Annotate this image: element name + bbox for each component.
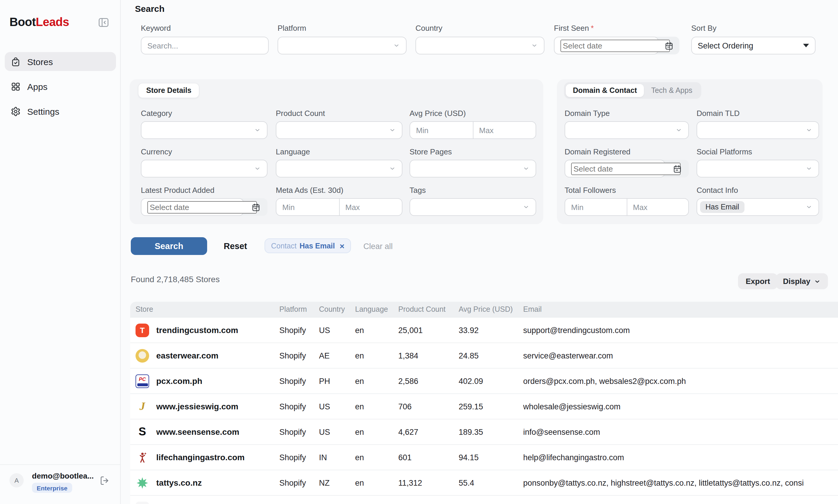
chevron-down-icon xyxy=(805,127,813,134)
user-box[interactable]: A demo@bootlea... Enterprise xyxy=(0,464,120,504)
logout-button[interactable] xyxy=(99,475,109,486)
store-pages-field: Store Pages xyxy=(410,147,536,178)
product-count-field: Product Count xyxy=(276,109,403,139)
chevron-down-icon xyxy=(254,127,261,134)
required-asterisk: * xyxy=(591,24,594,33)
chevron-down-icon xyxy=(389,127,396,134)
language-select[interactable] xyxy=(276,160,403,178)
has-email-tag: Has Email xyxy=(700,201,745,213)
sidebar: BootLeads Stores Apps Settings A xyxy=(0,0,121,504)
country-select[interactable] xyxy=(415,37,545,54)
tab-domain-contact[interactable]: Domain & Contact xyxy=(566,84,644,97)
plan-badge: Enterprise xyxy=(32,483,72,493)
product-count-select[interactable] xyxy=(276,121,403,139)
followers-max-input[interactable] xyxy=(627,203,688,212)
latest-product-calendar-button[interactable] xyxy=(244,198,267,216)
chevron-down-icon xyxy=(393,42,400,49)
collapse-sidebar-button[interactable] xyxy=(97,17,109,29)
store-pages-select[interactable] xyxy=(410,160,536,178)
caret-down-icon xyxy=(803,44,809,47)
logo-part-leads: Leads xyxy=(36,15,69,29)
chip-close-icon[interactable]: × xyxy=(340,242,344,250)
chevron-down-icon xyxy=(675,127,682,134)
keyword-input[interactable] xyxy=(147,41,262,50)
chip-category: Contact xyxy=(271,242,297,250)
domain-type-field: Domain Type xyxy=(565,109,689,139)
avatar: A xyxy=(10,473,24,487)
tags-select[interactable] xyxy=(410,198,536,216)
stores-table: Store Platform Country Language Product … xyxy=(130,302,838,504)
favicon-pc-express-icon: PC xyxy=(136,374,149,388)
latest-product-added-field: Latest Product Added xyxy=(141,186,267,216)
calendar-icon xyxy=(665,41,674,50)
avg-price-max-input[interactable] xyxy=(473,126,536,134)
favicon-bz-icon: BZ xyxy=(136,501,149,504)
sort-by-value: Select Ordering xyxy=(698,41,753,50)
search-button[interactable]: Search xyxy=(131,237,207,255)
header-product-count: Product Count xyxy=(398,305,459,313)
total-followers-field: Total Followers xyxy=(565,186,689,216)
export-button[interactable]: Export xyxy=(738,273,778,289)
sidebar-item-settings[interactable]: Settings xyxy=(5,102,116,121)
favicon-red-t-icon: T xyxy=(136,323,149,337)
logout-icon xyxy=(99,475,109,486)
favicon-green-starburst-icon xyxy=(136,476,149,489)
social-platforms-select[interactable] xyxy=(697,160,819,178)
favicon-gold-j-icon: J xyxy=(136,400,149,413)
category-select[interactable] xyxy=(141,121,267,139)
table-row[interactable]: J www.jessieswig.com Shopify US en 706 2… xyxy=(130,393,838,419)
sort-by-select[interactable]: Select Ordering xyxy=(691,37,816,54)
currency-select[interactable] xyxy=(141,160,267,178)
table-row[interactable]: tattys.co.nz Shopify NZ en 11,312 55.4 p… xyxy=(130,470,838,495)
sidebar-item-label: Stores xyxy=(27,56,53,67)
contact-info-select[interactable]: Has Email xyxy=(697,198,819,216)
meta-ads-field: Meta Ads (Est. 30d) xyxy=(276,186,403,216)
app-root: BootLeads Stores Apps Settings A xyxy=(0,0,838,504)
app-logo: BootLeads xyxy=(10,15,69,29)
page-title: Search xyxy=(135,3,164,14)
table-row[interactable]: S www.seensense.com Shopify US en 4,627 … xyxy=(130,419,838,444)
chevron-down-icon xyxy=(522,203,530,211)
table-row[interactable]: T trendingcustom.com Shopify US en 25,00… xyxy=(130,317,838,342)
favicon-gold-egg-icon xyxy=(136,349,149,362)
domain-registered-date-input[interactable] xyxy=(571,162,681,175)
meta-ads-max-input[interactable] xyxy=(339,203,402,212)
shopping-bag-icon xyxy=(11,56,21,67)
platform-select[interactable] xyxy=(278,37,407,54)
followers-min-input[interactable] xyxy=(565,203,626,212)
domain-registered-field: Domain Registered xyxy=(565,147,689,178)
first-seen-date-input[interactable] xyxy=(560,39,670,52)
sidebar-item-stores[interactable]: Stores xyxy=(5,52,116,71)
sort-by-label: Sort By xyxy=(691,24,816,33)
meta-ads-min-input[interactable] xyxy=(277,203,339,212)
latest-product-date-input[interactable] xyxy=(147,201,257,213)
tab-store-details[interactable]: Store Details xyxy=(138,83,200,98)
sidebar-item-label: Apps xyxy=(27,81,47,91)
table-row[interactable]: PC pcx.com.ph Shopify PH en 2,586 402.09… xyxy=(130,368,838,393)
gear-icon xyxy=(11,106,21,116)
table-row[interactable]: BZ bikerzonez.com Shopify US en 562 185.… xyxy=(130,495,838,504)
favicon-red-figure-icon xyxy=(136,450,149,464)
filter-chip-contact-has-email[interactable]: Contact Has Email × xyxy=(265,238,351,253)
domain-tld-select[interactable] xyxy=(697,121,819,139)
table-row[interactable]: easterwear.com Shopify AE en 1,384 24.85… xyxy=(130,342,838,368)
clear-all-button[interactable]: Clear all xyxy=(360,237,396,255)
sidebar-item-apps[interactable]: Apps xyxy=(5,77,116,96)
first-seen-calendar-button[interactable] xyxy=(659,37,679,54)
keyword-field: Keyword xyxy=(141,24,269,54)
tab-tech-apps[interactable]: Tech & Apps xyxy=(644,84,699,97)
country-label: Country xyxy=(415,24,545,33)
domain-tld-field: Domain TLD xyxy=(697,109,819,139)
domain-type-select[interactable] xyxy=(565,121,689,139)
avg-price-min-input[interactable] xyxy=(410,126,473,134)
chevron-down-icon xyxy=(254,165,261,172)
favicon-black-s-icon: S xyxy=(136,425,149,439)
domain-panel-tabs: Domain & Contact Tech & Apps xyxy=(564,82,701,99)
keyword-label: Keyword xyxy=(141,24,269,33)
domain-registered-calendar-button[interactable] xyxy=(665,160,689,178)
chip-value: Has Email xyxy=(300,242,335,250)
display-button[interactable]: Display xyxy=(776,273,828,289)
table-row[interactable]: lifechangingastro.com Shopify IN en 601 … xyxy=(130,444,838,470)
reset-button[interactable]: Reset xyxy=(215,237,255,255)
apps-grid-icon xyxy=(11,81,21,91)
